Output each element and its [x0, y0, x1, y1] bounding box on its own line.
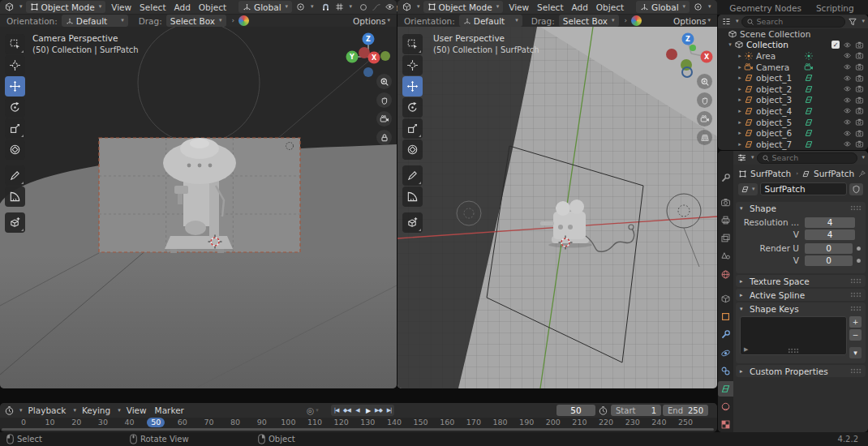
- breadcrumb-data[interactable]: SurfPatch: [814, 169, 854, 178]
- tab-view-layer[interactable]: [718, 231, 733, 246]
- current-frame-field[interactable]: 50: [556, 405, 595, 416]
- play-reverse-button[interactable]: ◀: [352, 407, 363, 414]
- tool-measure[interactable]: [402, 187, 423, 207]
- timeline-tick[interactable]: 160: [436, 418, 458, 427]
- menu-playback[interactable]: Playback: [26, 405, 69, 415]
- outliner-item-label[interactable]: object_1: [756, 73, 792, 83]
- expand-chevron-icon[interactable]: ▸: [736, 96, 744, 103]
- drag-grip-icon[interactable]: [850, 205, 862, 211]
- jump-to-start-button[interactable]: |◀: [331, 407, 342, 414]
- drag-grip-icon[interactable]: [850, 292, 862, 298]
- properties-search-input[interactable]: [772, 153, 829, 162]
- outliner-row-object-4[interactable]: ▸object_4: [718, 105, 868, 117]
- expand-chevron-icon[interactable]: ▸: [736, 130, 744, 136]
- disable-render-icon[interactable]: [855, 118, 864, 127]
- outliner-row-object-1[interactable]: ▸object_1: [718, 72, 868, 84]
- expand-chevron-icon[interactable]: ▸: [736, 53, 744, 59]
- outliner-row-area[interactable]: ▸ Area: [718, 50, 868, 62]
- tab-world[interactable]: [718, 267, 733, 281]
- zoom-icon[interactable]: [697, 74, 712, 89]
- tool-measure[interactable]: [5, 187, 25, 207]
- drag-grip-icon[interactable]: [850, 278, 862, 284]
- tool-select-box[interactable]: [5, 34, 25, 54]
- mode-selector[interactable]: Object Mode▾: [26, 1, 106, 13]
- editor-type-properties-icon[interactable]: [737, 152, 747, 163]
- snap-to-icon[interactable]: [334, 2, 345, 12]
- mode-selector[interactable]: Object Mode▾: [423, 1, 504, 13]
- fake-user-shield-button[interactable]: [849, 183, 863, 195]
- tool-move[interactable]: [402, 76, 423, 96]
- editor-type-3d-viewport-icon[interactable]: [402, 2, 412, 12]
- hide-eye-icon[interactable]: [843, 139, 852, 148]
- tool-cursor[interactable]: [402, 55, 423, 75]
- editor-type-3d-viewport-icon[interactable]: [4, 2, 15, 12]
- camera-lock-icon[interactable]: [376, 130, 392, 145]
- tool-transform[interactable]: [5, 139, 25, 160]
- hide-eye-icon[interactable]: [843, 74, 852, 83]
- tab-geometry-nodes[interactable]: Geometry Nodes: [722, 2, 809, 15]
- hide-eye-icon[interactable]: [843, 51, 852, 60]
- outliner-row-object-2[interactable]: ▸object_2: [718, 84, 868, 95]
- outliner-row-camera[interactable]: ▸ Camera: [718, 62, 868, 73]
- hide-eye-icon[interactable]: [843, 41, 852, 49]
- hide-eye-icon[interactable]: [843, 129, 852, 138]
- panel-texture-space-header[interactable]: ▸Texture Space: [736, 275, 866, 287]
- transform-orientation-selector[interactable]: Global▾: [238, 1, 292, 13]
- timeline-tick[interactable]: 100: [277, 418, 299, 427]
- pan-hand-icon[interactable]: [376, 92, 392, 108]
- timeline-tick[interactable]: 140: [383, 418, 406, 427]
- tool-add-cube[interactable]: [402, 212, 423, 233]
- options-dropdown[interactable]: Options▾: [673, 16, 711, 26]
- orthographic-toggle-icon[interactable]: [697, 130, 712, 145]
- timeline-tick[interactable]: 170: [462, 418, 485, 427]
- tab-material[interactable]: [718, 400, 733, 414]
- tool-orientation-dropdown[interactable]: Default▾: [62, 15, 128, 27]
- outliner-item-label[interactable]: object_3: [756, 95, 792, 105]
- timeline-tick[interactable]: 200: [542, 418, 565, 427]
- expand-chevron-icon[interactable]: ▸: [736, 119, 744, 126]
- outliner-search-input[interactable]: [757, 17, 814, 26]
- timeline-tick[interactable]: 240: [647, 418, 670, 427]
- drag-dropdown[interactable]: Select Box▾: [166, 15, 226, 27]
- tool-transform[interactable]: [402, 139, 423, 160]
- timeline-scrollbar[interactable]: [2, 428, 714, 431]
- tool-select-box[interactable]: [402, 34, 423, 54]
- panel-shape-keys-header[interactable]: ▾Shape Keys: [736, 302, 866, 315]
- panel-custom-properties-header[interactable]: ▸Custom Properties: [736, 365, 866, 377]
- shape-key-specials-dropdown[interactable]: ▾: [849, 347, 862, 358]
- outliner-item-label[interactable]: object_7: [756, 139, 792, 149]
- datablock-type-dropdown[interactable]: ▾: [738, 183, 758, 195]
- add-workspace-button[interactable]: +: [862, 2, 868, 15]
- panel-active-spline-header[interactable]: ▸Active Spline: [736, 289, 866, 301]
- pivot-point-icon[interactable]: [295, 2, 306, 12]
- collection-checkbox[interactable]: ✓: [831, 41, 840, 49]
- disable-render-icon[interactable]: [855, 51, 864, 60]
- add-shape-key-button[interactable]: +: [849, 316, 862, 328]
- datablock-name-field[interactable]: SurfPatch: [760, 182, 847, 195]
- viewport-right-canvas[interactable]: User Perspective (50) Collection | SurfP…: [397, 27, 717, 388]
- options-chevron-icon[interactable]: ▾: [862, 155, 865, 161]
- drag-grip-icon[interactable]: [850, 306, 862, 311]
- resolution-u-field[interactable]: 4: [805, 217, 855, 228]
- timeline-tick[interactable]: 90: [253, 418, 271, 427]
- menu-add[interactable]: Add: [569, 2, 591, 12]
- expand-chevron-icon[interactable]: ▸: [736, 75, 744, 81]
- tab-object[interactable]: [718, 310, 733, 324]
- disable-render-icon[interactable]: [855, 62, 864, 71]
- timeline-tick[interactable]: 120: [330, 418, 353, 427]
- proportional-falloff-icon[interactable]: [372, 2, 381, 12]
- tab-constraints[interactable]: [718, 363, 733, 378]
- timeline-tick[interactable]: 180: [488, 418, 511, 427]
- timeline-tick[interactable]: 230: [621, 418, 644, 427]
- object-type-visibility[interactable]: ▾: [385, 2, 397, 12]
- disable-render-icon[interactable]: [855, 74, 864, 83]
- auto-keying-record-icon[interactable]: ◎▾: [307, 405, 319, 415]
- drag-dropdown[interactable]: Select Box▾: [559, 15, 619, 27]
- disable-render-icon[interactable]: [855, 139, 864, 148]
- timeline-tick[interactable]: 220: [595, 418, 617, 427]
- render-u-field[interactable]: 0: [805, 243, 853, 254]
- zoom-icon[interactable]: [376, 74, 392, 89]
- properties-search[interactable]: [757, 152, 858, 164]
- timeline-tick[interactable]: 10: [41, 418, 59, 427]
- camera-view-icon[interactable]: [376, 111, 392, 127]
